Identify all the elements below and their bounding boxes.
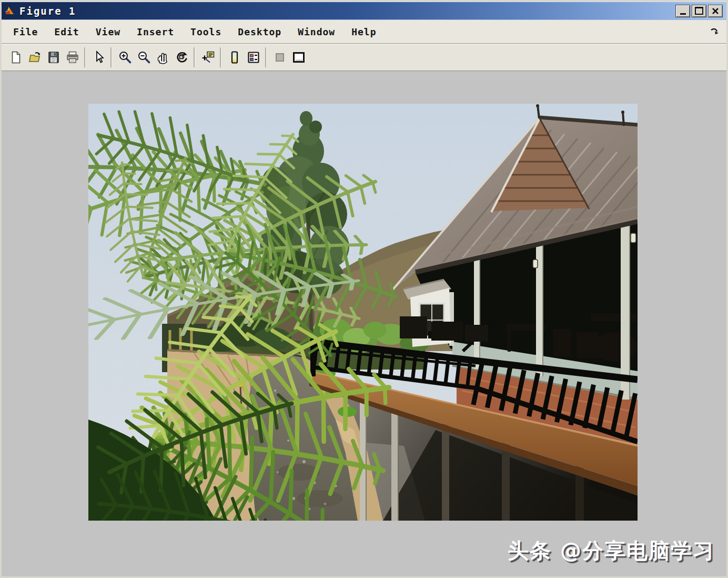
figure-canvas-area: 头条 @分享电脑学习 xyxy=(2,71,726,576)
menu-edit[interactable]: Edit xyxy=(54,26,79,37)
minimize-icon xyxy=(680,13,686,15)
save-floppy-icon xyxy=(47,51,60,64)
zoom-in-icon xyxy=(118,51,132,64)
toolbar-separator xyxy=(220,47,221,67)
printer-icon xyxy=(66,51,79,64)
rotate-3d-button[interactable] xyxy=(173,47,191,67)
maximize-icon xyxy=(695,7,703,15)
toolbar-separator xyxy=(84,47,86,67)
minimize-button[interactable] xyxy=(675,5,690,17)
watermark: 头条 @分享电脑学习 xyxy=(508,536,715,565)
menu-tools[interactable]: Tools xyxy=(190,26,221,37)
menu-window[interactable]: Window xyxy=(298,26,335,37)
rotate-3d-icon xyxy=(175,51,189,64)
hide-plot-tools-icon xyxy=(273,51,287,64)
pointer-button[interactable] xyxy=(89,47,108,67)
open-folder-icon xyxy=(28,51,42,64)
zoom-out-icon xyxy=(137,51,151,64)
window-title: Figure 1 xyxy=(19,5,76,17)
maximize-button[interactable] xyxy=(692,5,706,17)
menu-desktop[interactable]: Desktop xyxy=(238,26,281,37)
pan-hand-icon xyxy=(156,51,170,64)
hide-plot-tools-button[interactable] xyxy=(270,47,289,67)
print-figure-button[interactable] xyxy=(63,47,82,67)
save-figure-button[interactable] xyxy=(44,47,63,67)
toolbar-separator xyxy=(194,47,195,67)
zoom-out-button[interactable] xyxy=(135,47,154,67)
data-cursor-icon xyxy=(201,51,215,64)
menu-view[interactable]: View xyxy=(96,26,120,37)
legend-icon xyxy=(247,51,260,64)
open-file-button[interactable] xyxy=(25,47,44,67)
new-document-icon xyxy=(9,51,23,64)
menu-file[interactable]: File xyxy=(13,26,38,37)
show-plot-tools-button[interactable] xyxy=(289,47,308,67)
figure-photo xyxy=(88,104,638,521)
new-figure-button[interactable] xyxy=(6,47,25,67)
menu-insert[interactable]: Insert xyxy=(137,26,174,37)
toolbar-separator xyxy=(265,47,267,67)
figure-window: Figure 1 File Edit View Insert Tools Des… xyxy=(0,0,728,578)
menu-bar: File Edit View Insert Tools Desktop Wind… xyxy=(2,19,726,44)
show-plot-tools-icon xyxy=(292,51,306,64)
matlab-icon xyxy=(4,5,15,17)
dock-figure-arrow-icon[interactable] xyxy=(710,27,720,36)
title-bar[interactable]: Figure 1 xyxy=(2,2,726,19)
pan-button[interactable] xyxy=(154,47,173,67)
zoom-in-button[interactable] xyxy=(116,47,135,67)
figure-toolbar xyxy=(2,44,726,72)
data-cursor-button[interactable] xyxy=(199,47,218,67)
insert-legend-button[interactable] xyxy=(244,47,263,67)
insert-colorbar-button[interactable] xyxy=(225,47,244,67)
arrow-cursor-icon xyxy=(92,51,106,64)
colorbar-icon xyxy=(228,51,241,64)
toolbar-separator xyxy=(110,47,112,67)
close-button[interactable] xyxy=(708,5,723,17)
close-icon xyxy=(712,8,719,14)
menu-help[interactable]: Help xyxy=(351,26,376,37)
window-controls xyxy=(675,5,724,17)
